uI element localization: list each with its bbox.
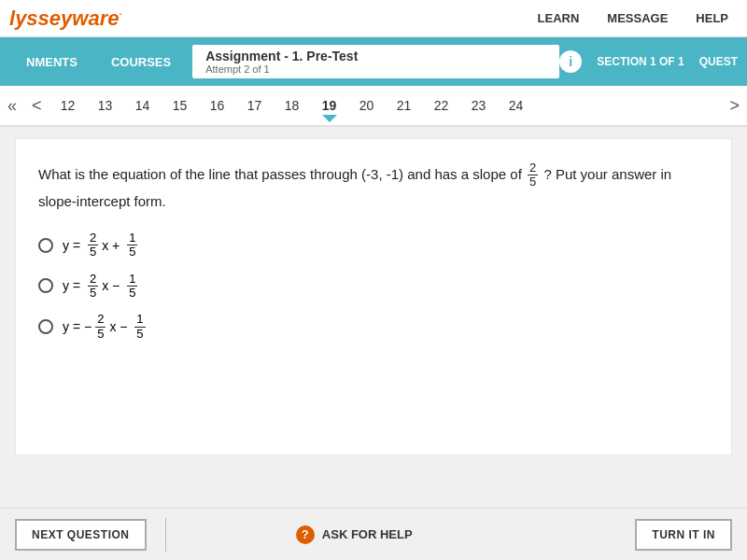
assignment-info: Assignment - 1. Pre-Test Attempt 2 of 1 bbox=[192, 45, 559, 78]
qnum-item-17[interactable]: 17 bbox=[236, 94, 274, 117]
frac-b-1: 25 bbox=[88, 273, 98, 301]
top-nav: lysseyware· LEARN MESSAGE HELP bbox=[0, 0, 747, 37]
assignment-subtitle: Attempt 2 of 1 bbox=[205, 63, 546, 75]
answer-expr-a: y = 25 x + 15 bbox=[63, 231, 139, 259]
section-label: SECTION 1 OF 1 bbox=[597, 55, 684, 68]
brand-name: ysseyware bbox=[15, 7, 119, 30]
question-text: What is the equation of the line that pa… bbox=[38, 161, 709, 213]
answer-expr-c: y = − 25 x − 15 bbox=[63, 313, 148, 341]
second-nav: NMENTS COURSES Assignment - 1. Pre-Test … bbox=[0, 37, 747, 86]
qnum-item-15[interactable]: 15 bbox=[162, 94, 199, 117]
answer-option-c[interactable]: y = − 25 x − 15 bbox=[38, 313, 709, 341]
qnum-item-13[interactable]: 13 bbox=[87, 94, 124, 117]
qnum-list: 12131415161718192021222324 bbox=[49, 94, 723, 117]
slope-denominator: 5 bbox=[528, 175, 538, 189]
radio-b[interactable] bbox=[38, 278, 53, 293]
slope-numerator: 2 bbox=[528, 161, 538, 175]
info-icon[interactable]: i bbox=[559, 50, 582, 73]
bottom-bar: NEXT QUESTION ? ASK FOR HELP TURN IT IN bbox=[0, 508, 747, 560]
radio-a[interactable] bbox=[38, 238, 53, 253]
qnum-prev[interactable]: < bbox=[24, 86, 49, 125]
qnum-item-22[interactable]: 22 bbox=[423, 94, 460, 117]
qnum-prev-double[interactable]: « bbox=[0, 86, 24, 125]
frac-b-2: 15 bbox=[127, 273, 137, 301]
ask-for-help-label: ASK FOR HELP bbox=[322, 527, 413, 541]
nav-help[interactable]: HELP bbox=[696, 11, 728, 25]
frac-c-2: 15 bbox=[134, 313, 145, 341]
qnum-item-21[interactable]: 21 bbox=[386, 94, 423, 117]
frac-a-1: 25 bbox=[88, 231, 98, 259]
qnum-item-16[interactable]: 16 bbox=[199, 94, 236, 117]
turn-it-in-button[interactable]: TURN IT IN bbox=[635, 519, 732, 551]
answer-expr-b: y = 25 x − 15 bbox=[63, 273, 139, 301]
nav-right: i SECTION 1 OF 1 QUEST bbox=[559, 50, 738, 73]
qnum-next[interactable]: > bbox=[722, 86, 747, 125]
qnum-item-18[interactable]: 18 bbox=[274, 94, 311, 117]
nav-message[interactable]: MESSAGE bbox=[607, 11, 668, 25]
qnum-item-23[interactable]: 23 bbox=[460, 94, 498, 117]
frac-c-1: 25 bbox=[95, 313, 106, 341]
main-content: What is the equation of the line that pa… bbox=[15, 138, 732, 455]
help-icon: ? bbox=[296, 525, 315, 544]
nav-courses[interactable]: COURSES bbox=[94, 55, 188, 69]
ques-label: QUEST bbox=[699, 55, 738, 68]
question-text-before: What is the equation of the line that pa… bbox=[38, 166, 522, 182]
slope-fraction: 2 5 bbox=[528, 161, 538, 189]
assignment-title: Assignment - 1. Pre-Test bbox=[205, 49, 546, 63]
ask-for-help[interactable]: ? ASK FOR HELP bbox=[296, 525, 413, 544]
question-number-bar: « < 12131415161718192021222324 > bbox=[0, 86, 747, 127]
bottom-divider bbox=[165, 518, 166, 552]
nav-learn[interactable]: LEARN bbox=[538, 11, 580, 25]
next-question-button[interactable]: NEXT QUESTION bbox=[15, 519, 147, 551]
nav-assignments[interactable]: NMENTS bbox=[9, 55, 94, 69]
qnum-item-24[interactable]: 24 bbox=[498, 94, 535, 117]
frac-a-2: 15 bbox=[127, 231, 137, 259]
qnum-item-19[interactable]: 19 bbox=[311, 94, 348, 117]
answer-option-a[interactable]: y = 25 x + 15 bbox=[38, 231, 709, 259]
qnum-item-12[interactable]: 12 bbox=[49, 94, 87, 117]
top-nav-links: LEARN MESSAGE HELP bbox=[538, 11, 728, 25]
qnum-item-14[interactable]: 14 bbox=[124, 94, 162, 117]
answer-option-b[interactable]: y = 25 x − 15 bbox=[38, 273, 709, 301]
brand-logo: lysseyware· bbox=[0, 7, 121, 31]
radio-c[interactable] bbox=[38, 319, 53, 334]
qnum-item-20[interactable]: 20 bbox=[348, 94, 386, 117]
